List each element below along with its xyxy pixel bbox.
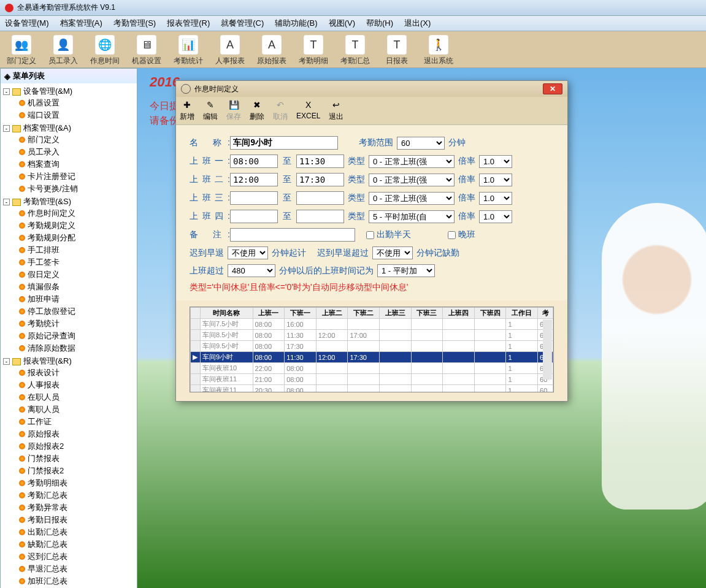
toolbar-button[interactable]: 🖥机器设置: [128, 35, 166, 66]
range-select[interactable]: 60: [397, 137, 445, 150]
collapse-icon[interactable]: -: [3, 358, 10, 365]
workover-select[interactable]: 480: [228, 264, 275, 277]
dialog-tb-button[interactable]: ✚新增: [180, 99, 194, 122]
tree-item[interactable]: 早退汇总表: [19, 563, 134, 575]
note-input[interactable]: [230, 228, 355, 242]
dialog-tb-button[interactable]: ↩退出: [329, 99, 343, 122]
grid-header[interactable]: 考: [538, 308, 553, 319]
tree-item[interactable]: 端口设置: [19, 109, 134, 121]
dialog-titlebar[interactable]: 作息时间定义 ✕: [176, 81, 567, 97]
grid-scrollbar[interactable]: [543, 319, 552, 380]
tree-group[interactable]: -考勤管理(&S): [3, 196, 134, 207]
tree-group[interactable]: -报表管理(&R): [3, 356, 134, 367]
grid-header[interactable]: 时间名称: [201, 308, 253, 319]
menu-item[interactable]: 辅助功能(B): [275, 18, 317, 29]
shift1-start-input[interactable]: [230, 155, 278, 168]
tree-item[interactable]: 卡号更换/注销: [19, 183, 134, 195]
tree-item[interactable]: 机器设置: [19, 97, 134, 109]
shift2-end-input[interactable]: [296, 173, 344, 186]
grid-header[interactable]: 工作日: [506, 308, 538, 319]
menu-item[interactable]: 报表管理(R): [167, 18, 210, 29]
afterwork-select[interactable]: 1 - 平时加: [377, 264, 435, 277]
menu-item[interactable]: 设备管理(M): [5, 18, 49, 29]
collapse-icon[interactable]: -: [3, 125, 10, 132]
tree-item[interactable]: 考勤汇总表: [19, 489, 134, 502]
toolbar-button[interactable]: 👤员工录入: [44, 35, 82, 66]
toolbar-button[interactable]: 📊考勤统计: [169, 35, 207, 66]
tree-item[interactable]: 工作证: [19, 416, 134, 428]
tree-item[interactable]: 缺勤汇总表: [19, 538, 134, 551]
tree-item[interactable]: 加班申请: [19, 293, 134, 305]
tree-item[interactable]: 报表设计: [19, 367, 134, 379]
table-row[interactable]: 车间夜班1121:0008:00160: [191, 374, 553, 385]
tree-item[interactable]: 加班汇总表: [19, 575, 134, 587]
toolbar-button[interactable]: T日报表: [378, 35, 416, 66]
grid-header[interactable]: 上班一: [253, 308, 285, 319]
shift3-type-select[interactable]: 0 - 正常上班(强: [369, 192, 455, 205]
shift1-end-input[interactable]: [296, 155, 344, 168]
grid-header[interactable]: 下班一: [285, 308, 317, 319]
tree-item[interactable]: 考勤明细表: [19, 477, 134, 489]
grid-header[interactable]: 下班三: [411, 308, 443, 319]
tree-item[interactable]: 在职人员: [19, 391, 134, 403]
shift2-start-input[interactable]: [230, 173, 278, 186]
tree-item[interactable]: 清除原始数据: [19, 342, 134, 354]
tree-item[interactable]: 作息时间定义: [19, 207, 134, 220]
table-row[interactable]: 车间7.5小时08:0016:00160: [191, 319, 553, 330]
menu-item[interactable]: 就餐管理(C): [221, 18, 264, 29]
tree-item[interactable]: 门禁报表: [19, 452, 134, 465]
shift2-rate-select[interactable]: 1.0: [479, 174, 512, 186]
tree-item[interactable]: 停工放假登记: [19, 305, 134, 318]
tree-item[interactable]: 门禁报表2: [19, 465, 134, 477]
menu-item[interactable]: 考勤管理(S): [113, 18, 156, 29]
toolbar-button[interactable]: 🚶退出系统: [420, 35, 458, 66]
table-row[interactable]: 车间8.5小时08:0011:3012:0017:00160: [191, 330, 553, 341]
collapse-icon[interactable]: -: [3, 88, 10, 95]
night-checkbox[interactable]: [448, 231, 456, 239]
menu-item[interactable]: 退出(X): [404, 18, 431, 29]
shift1-rate-select[interactable]: 1.0: [479, 155, 512, 168]
grid-header[interactable]: 上班三: [379, 308, 411, 319]
tree-item[interactable]: 考勤规则分配: [19, 232, 134, 244]
shift4-start-input[interactable]: [230, 210, 278, 223]
shift2-type-select[interactable]: 0 - 正常上班(强: [369, 174, 455, 186]
tree-item[interactable]: 假日定义: [19, 269, 134, 281]
tree-item[interactable]: 考勤统计: [19, 318, 134, 330]
toolbar-button[interactable]: 👥部门定义: [2, 35, 40, 66]
toolbar-button[interactable]: A原始报表: [253, 35, 291, 66]
tree-item[interactable]: 原始记录查询: [19, 330, 134, 342]
tree-item[interactable]: 考勤日报表: [19, 514, 134, 526]
name-input[interactable]: [230, 136, 338, 150]
table-row[interactable]: 车间夜班1120:3008:00160: [191, 385, 553, 393]
dialog-tb-button[interactable]: ✎编辑: [203, 99, 218, 122]
dialog-tb-button[interactable]: ✖删除: [250, 99, 264, 122]
grid-header[interactable]: 下班四: [474, 308, 506, 319]
dialog-tb-button[interactable]: XEXCEL: [296, 99, 320, 122]
tree-item[interactable]: 离职人员: [19, 403, 134, 416]
late-select[interactable]: 不使用: [228, 246, 268, 259]
shift4-end-input[interactable]: [296, 210, 344, 223]
table-row[interactable]: 车间夜班1022:0008:00160: [191, 363, 553, 374]
tree-item[interactable]: 原始报表: [19, 428, 134, 440]
shift3-end-input[interactable]: [296, 191, 344, 205]
shift1-type-select[interactable]: 0 - 正常上班(强: [369, 155, 455, 168]
shift4-rate-select[interactable]: 1.0: [479, 210, 512, 223]
schedule-grid[interactable]: 时间名称上班一下班一上班二下班二上班三下班三上班四下班四工作日考车间7.5小时0…: [190, 307, 554, 392]
table-row[interactable]: ▶车间9小时08:0011:3012:0017:30160: [191, 352, 553, 363]
tree-item[interactable]: 档案查询: [19, 158, 134, 170]
menu-item[interactable]: 帮助(H): [366, 18, 393, 29]
halfday-checkbox[interactable]: [366, 231, 374, 239]
tree-item[interactable]: 考勤异常表: [19, 502, 134, 514]
toolbar-button[interactable]: 🌐作息时间: [86, 35, 124, 66]
grid-header[interactable]: 上班二: [316, 308, 348, 319]
tree-item[interactable]: 考勤规则定义: [19, 220, 134, 232]
tree-item[interactable]: 手工签卡: [19, 256, 134, 269]
grid-header[interactable]: [191, 308, 201, 319]
tree-item[interactable]: 原始报表2: [19, 440, 134, 452]
shift4-type-select[interactable]: 5 - 平时加班(自: [369, 210, 455, 223]
shift3-start-input[interactable]: [230, 191, 278, 205]
menu-item[interactable]: 档案管理(A): [60, 18, 102, 29]
close-button[interactable]: ✕: [543, 83, 562, 94]
collapse-icon[interactable]: -: [3, 199, 10, 205]
toolbar-button[interactable]: T考勤明细: [294, 35, 332, 66]
